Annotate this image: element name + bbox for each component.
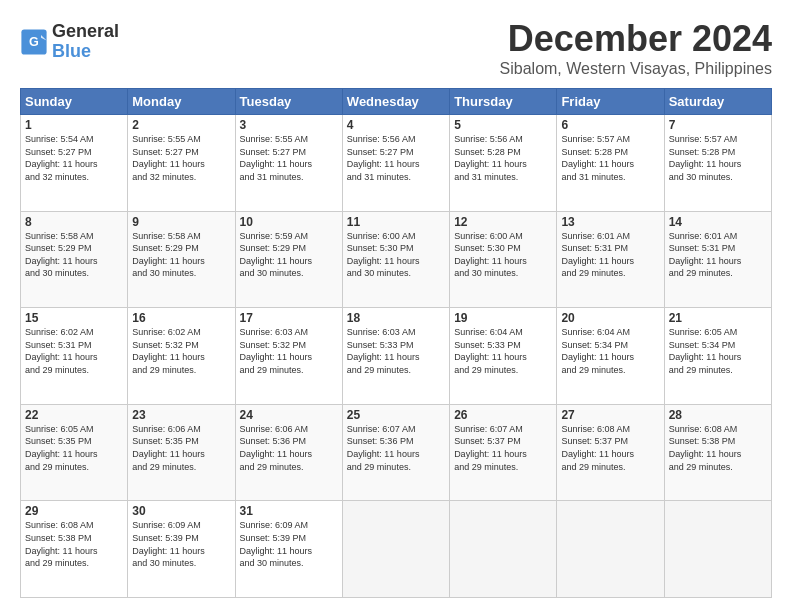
calendar-day-cell: 10Sunrise: 5:59 AM Sunset: 5:29 PM Dayli… (235, 211, 342, 308)
calendar-week-row: 15Sunrise: 6:02 AM Sunset: 5:31 PM Dayli… (21, 308, 772, 405)
day-number: 10 (240, 215, 338, 229)
day-info: Sunrise: 6:08 AM Sunset: 5:38 PM Dayligh… (25, 519, 123, 569)
calendar-day-cell: 5Sunrise: 5:56 AM Sunset: 5:28 PM Daylig… (450, 115, 557, 212)
logo-line1: General (52, 22, 119, 42)
day-info: Sunrise: 6:09 AM Sunset: 5:39 PM Dayligh… (240, 519, 338, 569)
month-title: December 2024 (500, 18, 772, 60)
day-number: 1 (25, 118, 123, 132)
day-number: 12 (454, 215, 552, 229)
day-info: Sunrise: 5:57 AM Sunset: 5:28 PM Dayligh… (669, 133, 767, 183)
calendar-day-cell: 20Sunrise: 6:04 AM Sunset: 5:34 PM Dayli… (557, 308, 664, 405)
calendar-day-cell: 19Sunrise: 6:04 AM Sunset: 5:33 PM Dayli… (450, 308, 557, 405)
calendar-day-cell: 17Sunrise: 6:03 AM Sunset: 5:32 PM Dayli… (235, 308, 342, 405)
day-number: 15 (25, 311, 123, 325)
calendar-day-cell (342, 501, 449, 598)
calendar-day-cell: 3Sunrise: 5:55 AM Sunset: 5:27 PM Daylig… (235, 115, 342, 212)
day-info: Sunrise: 6:03 AM Sunset: 5:33 PM Dayligh… (347, 326, 445, 376)
day-info: Sunrise: 6:02 AM Sunset: 5:32 PM Dayligh… (132, 326, 230, 376)
calendar-day-cell: 18Sunrise: 6:03 AM Sunset: 5:33 PM Dayli… (342, 308, 449, 405)
calendar-day-header: Saturday (664, 89, 771, 115)
day-info: Sunrise: 6:05 AM Sunset: 5:34 PM Dayligh… (669, 326, 767, 376)
calendar-day-cell: 25Sunrise: 6:07 AM Sunset: 5:36 PM Dayli… (342, 404, 449, 501)
day-number: 7 (669, 118, 767, 132)
calendar-day-cell: 4Sunrise: 5:56 AM Sunset: 5:27 PM Daylig… (342, 115, 449, 212)
calendar-week-row: 1Sunrise: 5:54 AM Sunset: 5:27 PM Daylig… (21, 115, 772, 212)
calendar-day-header: Friday (557, 89, 664, 115)
calendar-week-row: 8Sunrise: 5:58 AM Sunset: 5:29 PM Daylig… (21, 211, 772, 308)
header: G General Blue December 2024 Sibalom, We… (20, 18, 772, 78)
calendar-day-cell: 29Sunrise: 6:08 AM Sunset: 5:38 PM Dayli… (21, 501, 128, 598)
calendar-day-cell: 9Sunrise: 5:58 AM Sunset: 5:29 PM Daylig… (128, 211, 235, 308)
day-number: 4 (347, 118, 445, 132)
calendar-day-cell: 26Sunrise: 6:07 AM Sunset: 5:37 PM Dayli… (450, 404, 557, 501)
day-info: Sunrise: 6:06 AM Sunset: 5:35 PM Dayligh… (132, 423, 230, 473)
calendar-day-cell: 21Sunrise: 6:05 AM Sunset: 5:34 PM Dayli… (664, 308, 771, 405)
calendar-day-cell (557, 501, 664, 598)
calendar-day-cell (450, 501, 557, 598)
day-number: 13 (561, 215, 659, 229)
calendar-day-cell: 12Sunrise: 6:00 AM Sunset: 5:30 PM Dayli… (450, 211, 557, 308)
logo-icon: G (20, 28, 48, 56)
calendar-day-cell: 11Sunrise: 6:00 AM Sunset: 5:30 PM Dayli… (342, 211, 449, 308)
day-info: Sunrise: 5:54 AM Sunset: 5:27 PM Dayligh… (25, 133, 123, 183)
day-info: Sunrise: 6:00 AM Sunset: 5:30 PM Dayligh… (454, 230, 552, 280)
calendar-week-row: 22Sunrise: 6:05 AM Sunset: 5:35 PM Dayli… (21, 404, 772, 501)
day-number: 8 (25, 215, 123, 229)
day-number: 11 (347, 215, 445, 229)
svg-text:G: G (29, 35, 39, 49)
day-number: 27 (561, 408, 659, 422)
day-info: Sunrise: 5:55 AM Sunset: 5:27 PM Dayligh… (240, 133, 338, 183)
day-info: Sunrise: 6:08 AM Sunset: 5:38 PM Dayligh… (669, 423, 767, 473)
day-number: 6 (561, 118, 659, 132)
calendar-day-cell: 13Sunrise: 6:01 AM Sunset: 5:31 PM Dayli… (557, 211, 664, 308)
calendar-day-cell: 6Sunrise: 5:57 AM Sunset: 5:28 PM Daylig… (557, 115, 664, 212)
day-number: 29 (25, 504, 123, 518)
calendar-day-cell: 7Sunrise: 5:57 AM Sunset: 5:28 PM Daylig… (664, 115, 771, 212)
day-info: Sunrise: 6:06 AM Sunset: 5:36 PM Dayligh… (240, 423, 338, 473)
day-number: 9 (132, 215, 230, 229)
calendar-day-header: Monday (128, 89, 235, 115)
day-info: Sunrise: 6:02 AM Sunset: 5:31 PM Dayligh… (25, 326, 123, 376)
calendar-day-cell: 2Sunrise: 5:55 AM Sunset: 5:27 PM Daylig… (128, 115, 235, 212)
day-number: 30 (132, 504, 230, 518)
day-number: 18 (347, 311, 445, 325)
day-info: Sunrise: 6:00 AM Sunset: 5:30 PM Dayligh… (347, 230, 445, 280)
day-number: 17 (240, 311, 338, 325)
day-info: Sunrise: 6:09 AM Sunset: 5:39 PM Dayligh… (132, 519, 230, 569)
page: G General Blue December 2024 Sibalom, We… (0, 0, 792, 612)
location-title: Sibalom, Western Visayas, Philippines (500, 60, 772, 78)
calendar-day-header: Tuesday (235, 89, 342, 115)
day-info: Sunrise: 6:04 AM Sunset: 5:34 PM Dayligh… (561, 326, 659, 376)
calendar-week-row: 29Sunrise: 6:08 AM Sunset: 5:38 PM Dayli… (21, 501, 772, 598)
day-info: Sunrise: 6:07 AM Sunset: 5:37 PM Dayligh… (454, 423, 552, 473)
day-number: 16 (132, 311, 230, 325)
day-number: 25 (347, 408, 445, 422)
day-number: 21 (669, 311, 767, 325)
calendar-header-row: SundayMondayTuesdayWednesdayThursdayFrid… (21, 89, 772, 115)
calendar-day-cell: 28Sunrise: 6:08 AM Sunset: 5:38 PM Dayli… (664, 404, 771, 501)
calendar-day-header: Wednesday (342, 89, 449, 115)
day-number: 31 (240, 504, 338, 518)
calendar-day-cell (664, 501, 771, 598)
day-number: 24 (240, 408, 338, 422)
calendar-day-cell: 30Sunrise: 6:09 AM Sunset: 5:39 PM Dayli… (128, 501, 235, 598)
day-info: Sunrise: 5:58 AM Sunset: 5:29 PM Dayligh… (132, 230, 230, 280)
calendar-day-cell: 27Sunrise: 6:08 AM Sunset: 5:37 PM Dayli… (557, 404, 664, 501)
calendar-day-cell: 31Sunrise: 6:09 AM Sunset: 5:39 PM Dayli… (235, 501, 342, 598)
day-number: 14 (669, 215, 767, 229)
day-info: Sunrise: 5:55 AM Sunset: 5:27 PM Dayligh… (132, 133, 230, 183)
calendar-day-cell: 22Sunrise: 6:05 AM Sunset: 5:35 PM Dayli… (21, 404, 128, 501)
day-info: Sunrise: 6:07 AM Sunset: 5:36 PM Dayligh… (347, 423, 445, 473)
day-number: 5 (454, 118, 552, 132)
day-number: 20 (561, 311, 659, 325)
day-number: 26 (454, 408, 552, 422)
calendar-day-cell: 16Sunrise: 6:02 AM Sunset: 5:32 PM Dayli… (128, 308, 235, 405)
calendar-day-cell: 15Sunrise: 6:02 AM Sunset: 5:31 PM Dayli… (21, 308, 128, 405)
day-info: Sunrise: 5:59 AM Sunset: 5:29 PM Dayligh… (240, 230, 338, 280)
day-info: Sunrise: 6:03 AM Sunset: 5:32 PM Dayligh… (240, 326, 338, 376)
day-number: 23 (132, 408, 230, 422)
day-info: Sunrise: 5:57 AM Sunset: 5:28 PM Dayligh… (561, 133, 659, 183)
calendar-day-cell: 24Sunrise: 6:06 AM Sunset: 5:36 PM Dayli… (235, 404, 342, 501)
day-info: Sunrise: 5:56 AM Sunset: 5:28 PM Dayligh… (454, 133, 552, 183)
calendar-day-cell: 1Sunrise: 5:54 AM Sunset: 5:27 PM Daylig… (21, 115, 128, 212)
